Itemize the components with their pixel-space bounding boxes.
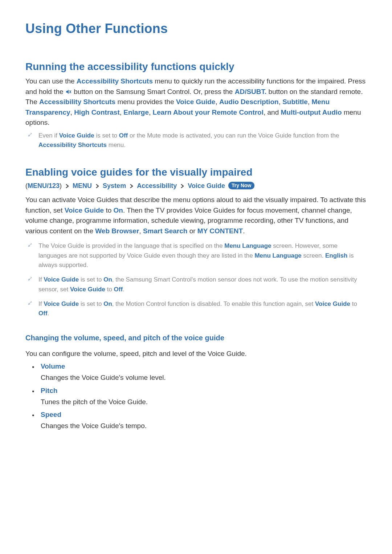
breadcrumb-item: Voice Guide (188, 182, 225, 189)
mute-speaker-icon (65, 88, 72, 94)
option-desc: Changes the Voice Guide's tempo. (41, 422, 147, 430)
note-icon (28, 276, 36, 283)
note-row: Even if Voice Guide is set to Off or the… (28, 131, 367, 150)
breadcrumb-item: MENU/123 (28, 182, 60, 189)
breadcrumb-item: MENU (73, 182, 92, 189)
list-item: Volume Changes the Voice Guide's volume … (25, 362, 367, 383)
section-heading: Enabling voice guides for the visually i… (25, 167, 367, 178)
note-row: The Voice Guide is provided in the langu… (28, 241, 367, 270)
chevron-right-icon (65, 182, 69, 187)
option-label: Pitch (41, 387, 367, 395)
note-icon (28, 300, 36, 307)
breadcrumb-item: System (103, 182, 126, 189)
subsection-heading: Changing the volume, speed, and pitch of… (25, 334, 367, 342)
subsection-intro: You can configure the volume, speed, pit… (25, 349, 367, 359)
notes-group: The Voice Guide is provided in the langu… (25, 241, 367, 318)
section-voice-guide: Enabling voice guides for the visually i… (25, 167, 367, 431)
list-item: Speed Changes the Voice Guide's tempo. (25, 411, 367, 431)
page-title: Using Other Functions (25, 21, 367, 36)
note-icon (28, 242, 36, 249)
note-text: The Voice Guide is provided in the langu… (38, 241, 367, 270)
section1-paragraph: You can use the Accessibility Shortcuts … (25, 76, 367, 128)
note-icon (28, 132, 36, 139)
note-text: If Voice Guide is set to On, the Motion … (38, 299, 367, 319)
breadcrumb-item: Accessibility (137, 182, 177, 189)
section-accessibility-shortcuts: Running the accessibility functions quic… (25, 61, 367, 150)
option-desc: Changes the Voice Guide's volume level. (41, 374, 166, 381)
note-row: If Voice Guide is set to On, the Samsung… (28, 275, 367, 294)
option-desc: Tunes the pitch of the Voice Guide. (41, 398, 148, 406)
list-item: Pitch Tunes the pitch of the Voice Guide… (25, 387, 367, 407)
chevron-right-icon (95, 182, 99, 187)
breadcrumb: (MENU/123) MENU System Accessibility Voi… (25, 182, 367, 190)
chevron-right-icon (180, 182, 184, 187)
paren-close: ) (60, 182, 62, 189)
section-heading: Running the accessibility functions quic… (25, 61, 367, 73)
manual-page: Using Other Functions Running the access… (0, 0, 392, 554)
section2-paragraph: You can activate Voice Guides that descr… (25, 195, 367, 236)
option-label: Speed (41, 411, 367, 419)
option-label: Volume (41, 362, 367, 370)
note-row: If Voice Guide is set to On, the Motion … (28, 299, 367, 319)
chevron-right-icon (129, 182, 134, 187)
try-now-badge[interactable]: Try Now (228, 182, 254, 189)
note-text: If Voice Guide is set to On, the Samsung… (38, 275, 367, 294)
options-list: Volume Changes the Voice Guide's volume … (25, 362, 367, 431)
note-text: Even if Voice Guide is set to Off or the… (38, 131, 367, 150)
